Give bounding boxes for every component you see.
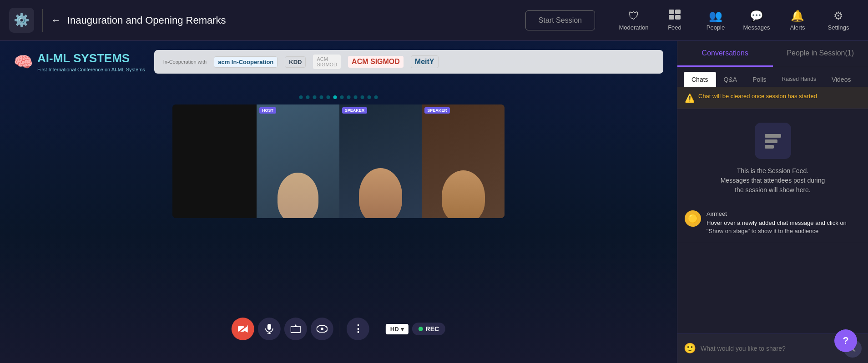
- coop-logo-meity: MeitY: [411, 55, 439, 68]
- nav-icon-messages[interactable]: 💬 Messages: [736, 0, 777, 41]
- help-icon: ?: [843, 335, 848, 347]
- svg-rect-15: [765, 139, 777, 143]
- dot-5[interactable]: [327, 95, 330, 99]
- feed-icon: [669, 10, 681, 22]
- svg-rect-7: [267, 324, 271, 330]
- tab-people-in-session[interactable]: People in Session(1): [773, 41, 868, 67]
- speaker1-badge: SPEAKER: [342, 107, 368, 114]
- dot-8[interactable]: [347, 95, 351, 99]
- sub-tabs: Chats Q&A Polls Raised Hands Videos: [677, 67, 868, 87]
- share-screen-button[interactable]: [284, 318, 307, 340]
- speaker2-badge: SPEAKER: [424, 107, 450, 114]
- dot-7[interactable]: [340, 95, 344, 99]
- dot-2[interactable]: [306, 95, 310, 99]
- conference-banner: 🧠 AI-ML SYSTEMS First International Conf…: [14, 50, 663, 74]
- aiml-title: AI-ML SYSTEMS: [37, 51, 145, 66]
- nav-icon-settings[interactable]: ⚙ Settings: [818, 0, 859, 41]
- coop-logo-acmsig: ACMSIGMOD: [313, 55, 341, 69]
- dot-10[interactable]: [361, 95, 364, 99]
- view-button[interactable]: [311, 318, 333, 340]
- message-sender: Airmeet: [707, 210, 861, 217]
- hd-label: HD: [390, 326, 399, 333]
- dot-12[interactable]: [374, 95, 378, 99]
- sub-tab-polls[interactable]: Polls: [745, 72, 774, 87]
- feed-empty-state: This is the Session Feed.Messages that a…: [677, 109, 868, 204]
- svg-rect-1: [675, 10, 681, 14]
- main-content: 🧠 AI-ML SYSTEMS First International Conf…: [0, 41, 868, 363]
- dot-6[interactable]: [333, 95, 337, 99]
- chat-feed[interactable]: This is the Session Feed.Messages that a…: [677, 109, 868, 333]
- settings-label: Settings: [828, 24, 849, 31]
- sub-tab-videos[interactable]: Videos: [824, 72, 859, 87]
- dot-11[interactable]: [368, 95, 371, 99]
- slideshow-dots: [299, 95, 378, 99]
- svg-rect-10: [291, 326, 301, 333]
- rec-label: REC: [426, 325, 439, 333]
- nav-divider: [42, 9, 43, 32]
- rec-button[interactable]: REC: [412, 323, 446, 335]
- dot-4[interactable]: [320, 95, 323, 99]
- feed-label: Feed: [668, 24, 681, 31]
- message-body: Airmeet Hover over a newly added chat me…: [707, 210, 861, 235]
- chat-warning: ⚠️ Chat will be cleared once session has…: [677, 87, 868, 109]
- control-bar: ⋮ HD ▾ REC: [232, 318, 445, 340]
- nav-icon-feed[interactable]: Feed: [654, 0, 695, 41]
- dot-9[interactable]: [354, 95, 358, 99]
- coop-banner: In-Cooperation with acm In-Cooperation K…: [154, 50, 663, 74]
- sub-tab-raised-hands[interactable]: Raised Hands: [774, 72, 824, 87]
- nav-icons-group: 🛡 Moderation Feed 👥 People 💬 Messages: [613, 0, 859, 41]
- coop-logo-kdd: KDD: [285, 56, 306, 68]
- video-feed-host: HOST: [257, 104, 339, 218]
- messages-label: Messages: [743, 24, 770, 31]
- rec-indicator: [419, 327, 423, 331]
- sub-tab-qa[interactable]: Q&A: [716, 72, 745, 87]
- nav-icon-moderation[interactable]: 🛡 Moderation: [613, 0, 654, 41]
- message-text: Hover over a newly added chat message an…: [707, 219, 861, 235]
- sub-tab-chats[interactable]: Chats: [684, 72, 716, 87]
- nav-icon-people[interactable]: 👥 People: [695, 0, 736, 41]
- feed-description: This is the Session Feed.Messages that a…: [721, 166, 825, 195]
- coop-logo-acm: acm In-Cooperation: [214, 56, 278, 68]
- panel-tabs: Conversations People in Session(1): [677, 41, 868, 67]
- tab-conversations[interactable]: Conversations: [677, 41, 773, 67]
- more-options-button[interactable]: ⋮: [347, 318, 369, 340]
- svg-rect-16: [765, 145, 774, 149]
- dot-3[interactable]: [313, 95, 317, 99]
- emoji-button[interactable]: 🙂: [684, 343, 696, 354]
- hd-chevron-icon: ▾: [401, 326, 404, 333]
- svg-rect-0: [669, 10, 674, 14]
- coop-logo-sigmod: ACM SIGMOD: [348, 56, 404, 68]
- navbar: ⚙️ ← Inauguration and Opening Remarks St…: [0, 0, 868, 41]
- start-session-button[interactable]: Start Session: [525, 10, 595, 30]
- alerts-icon: 🔔: [791, 10, 804, 22]
- coop-label: In-Cooperation with: [163, 59, 207, 65]
- page-title: Inauguration and Opening Remarks: [67, 15, 525, 26]
- chat-message-airmeet: 🟡 Airmeet Hover over a newly added chat …: [677, 204, 868, 242]
- video-feed-speaker2: SPEAKER: [422, 104, 505, 218]
- hd-button[interactable]: HD ▾: [386, 324, 409, 334]
- mic-button[interactable]: [258, 318, 281, 340]
- moderation-label: Moderation: [619, 24, 648, 31]
- nav-icon-alerts[interactable]: 🔔 Alerts: [777, 0, 818, 41]
- moderation-icon: 🛡: [628, 10, 639, 22]
- people-icon: 👥: [709, 10, 722, 22]
- chat-input[interactable]: [701, 345, 839, 352]
- warning-icon: ⚠️: [685, 93, 695, 103]
- dot-1[interactable]: [299, 95, 303, 99]
- settings-icon: ⚙: [833, 10, 843, 22]
- help-button[interactable]: ?: [834, 329, 857, 352]
- people-label: People: [707, 24, 725, 31]
- host-video: [257, 104, 339, 218]
- svg-rect-3: [675, 15, 681, 20]
- logo-icon: ⚙️: [14, 13, 30, 28]
- app-logo: ⚙️: [9, 8, 34, 33]
- host-badge: HOST: [259, 107, 276, 114]
- control-separator: [340, 321, 340, 337]
- back-button[interactable]: ←: [51, 15, 61, 26]
- camera-button[interactable]: [232, 318, 254, 340]
- speaker2-video: [422, 104, 505, 218]
- svg-rect-2: [669, 15, 674, 20]
- svg-point-13: [321, 328, 323, 330]
- speaker1-video: [339, 104, 422, 218]
- airmeet-avatar: 🟡: [685, 210, 701, 227]
